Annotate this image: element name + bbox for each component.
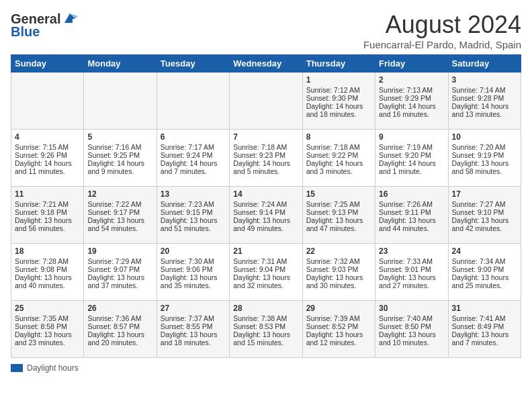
cell-text: Sunset: 9:14 PM: [233, 208, 298, 216]
cell-text: Sunrise: 7:12 AM: [306, 86, 371, 94]
calendar-cell: 26Sunrise: 7:36 AMSunset: 8:57 PMDayligh…: [84, 301, 157, 358]
cell-text: Sunrise: 7:32 AM: [306, 257, 371, 265]
cell-text: Daylight: 14 hours and 18 minutes.: [306, 102, 371, 118]
weekday-header-row: SundayMondayTuesdayWednesdayThursdayFrid…: [11, 55, 521, 73]
logo-blue-text: Blue: [11, 24, 40, 40]
cell-text: Sunset: 9:03 PM: [306, 265, 371, 273]
day-number: 14: [233, 189, 298, 199]
month-title: August 2024: [363, 11, 521, 39]
day-number: 31: [452, 304, 517, 313]
calendar-cell: 10Sunrise: 7:20 AMSunset: 9:19 PMDayligh…: [448, 130, 521, 187]
cell-text: Sunset: 8:52 PM: [306, 322, 371, 330]
cell-text: Sunrise: 7:35 AM: [15, 314, 80, 322]
cell-text: Daylight: 13 hours and 32 minutes.: [233, 273, 298, 289]
location: Fuencarral-El Pardo, Madrid, Spain: [363, 39, 521, 50]
cell-text: Daylight: 14 hours and 7 minutes.: [161, 159, 226, 175]
cell-text: Sunrise: 7:16 AM: [87, 143, 152, 151]
calendar-cell: 1Sunrise: 7:12 AMSunset: 9:30 PMDaylight…: [302, 73, 375, 130]
weekday-header-monday: Monday: [84, 55, 157, 73]
day-number: 7: [233, 132, 298, 142]
day-number: 5: [87, 132, 152, 142]
title-area: August 2024 Fuencarral-El Pardo, Madrid,…: [363, 11, 521, 50]
day-number: 19: [87, 246, 152, 256]
cell-text: Sunset: 9:30 PM: [306, 94, 371, 102]
day-number: 21: [233, 246, 298, 256]
cell-text: Sunset: 9:23 PM: [233, 151, 298, 159]
calendar-week-row: 11Sunrise: 7:21 AMSunset: 9:18 PMDayligh…: [11, 187, 521, 244]
cell-text: Sunrise: 7:37 AM: [161, 314, 226, 322]
cell-text: Daylight: 14 hours and 11 minutes.: [15, 159, 80, 175]
cell-text: Sunset: 8:50 PM: [379, 322, 444, 330]
cell-text: Sunset: 9:08 PM: [15, 265, 80, 273]
cell-text: Sunrise: 7:36 AM: [87, 314, 152, 322]
cell-text: Sunrise: 7:19 AM: [379, 143, 444, 151]
day-number: 6: [161, 132, 226, 142]
calendar-cell: 12Sunrise: 7:22 AMSunset: 9:17 PMDayligh…: [84, 187, 157, 244]
calendar-cell: 27Sunrise: 7:37 AMSunset: 8:55 PMDayligh…: [157, 301, 229, 358]
cell-text: Daylight: 13 hours and 15 minutes.: [233, 330, 298, 347]
day-number: 3: [452, 75, 517, 85]
calendar-cell: 23Sunrise: 7:33 AMSunset: 9:01 PMDayligh…: [375, 244, 448, 301]
cell-text: Daylight: 13 hours and 23 minutes.: [15, 330, 80, 347]
calendar-cell: 22Sunrise: 7:32 AMSunset: 9:03 PMDayligh…: [302, 244, 375, 301]
cell-text: Daylight: 13 hours and 37 minutes.: [87, 273, 152, 289]
cell-text: Daylight: 13 hours and 58 minutes.: [452, 159, 517, 175]
cell-text: Daylight: 13 hours and 7 minutes.: [452, 330, 517, 347]
calendar-week-row: 25Sunrise: 7:35 AMSunset: 8:58 PMDayligh…: [11, 301, 521, 358]
calendar-cell: 4Sunrise: 7:15 AMSunset: 9:26 PMDaylight…: [11, 130, 84, 187]
cell-text: Sunset: 9:10 PM: [452, 208, 517, 216]
day-number: 9: [379, 132, 444, 142]
cell-text: Daylight: 13 hours and 30 minutes.: [306, 273, 371, 289]
cell-text: Sunrise: 7:13 AM: [379, 86, 444, 94]
cell-text: Daylight: 13 hours and 10 minutes.: [379, 330, 444, 347]
page: General Blue August 2024 Fuencarral-El P…: [0, 0, 532, 379]
cell-text: Sunrise: 7:41 AM: [452, 314, 517, 322]
calendar-cell: 13Sunrise: 7:23 AMSunset: 9:15 PMDayligh…: [157, 187, 229, 244]
calendar-cell: 20Sunrise: 7:30 AMSunset: 9:06 PMDayligh…: [157, 244, 229, 301]
weekday-header-sunday: Sunday: [11, 55, 84, 73]
cell-text: Sunset: 8:53 PM: [233, 322, 298, 330]
cell-text: Daylight: 13 hours and 51 minutes.: [161, 216, 226, 232]
cell-text: Sunrise: 7:18 AM: [306, 143, 371, 151]
cell-text: Sunset: 9:06 PM: [161, 265, 226, 273]
cell-text: Daylight: 13 hours and 20 minutes.: [87, 330, 152, 347]
calendar-cell: 3Sunrise: 7:14 AMSunset: 9:28 PMDaylight…: [448, 73, 521, 130]
day-number: 24: [452, 246, 517, 256]
cell-text: Sunrise: 7:17 AM: [161, 143, 226, 151]
day-number: 1: [306, 75, 371, 85]
calendar-week-row: 18Sunrise: 7:28 AMSunset: 9:08 PMDayligh…: [11, 244, 521, 301]
calendar-cell: [11, 73, 84, 130]
day-number: 11: [15, 189, 80, 199]
calendar-cell: 9Sunrise: 7:19 AMSunset: 9:20 PMDaylight…: [375, 130, 448, 187]
cell-text: Sunrise: 7:21 AM: [15, 200, 80, 208]
day-number: 15: [306, 189, 371, 199]
cell-text: Sunset: 8:57 PM: [87, 322, 152, 330]
calendar-cell: 5Sunrise: 7:16 AMSunset: 9:25 PMDaylight…: [84, 130, 157, 187]
calendar-cell: 16Sunrise: 7:26 AMSunset: 9:11 PMDayligh…: [375, 187, 448, 244]
cell-text: Sunrise: 7:20 AM: [452, 143, 517, 151]
cell-text: Sunset: 9:01 PM: [379, 265, 444, 273]
day-number: 26: [87, 304, 152, 313]
calendar-cell: 14Sunrise: 7:24 AMSunset: 9:14 PMDayligh…: [230, 187, 302, 244]
cell-text: Daylight: 13 hours and 25 minutes.: [452, 273, 517, 289]
calendar-week-row: 4Sunrise: 7:15 AMSunset: 9:26 PMDaylight…: [11, 130, 521, 187]
cell-text: Sunrise: 7:30 AM: [161, 257, 226, 265]
cell-text: Sunset: 9:20 PM: [379, 151, 444, 159]
cell-text: Sunset: 9:04 PM: [233, 265, 298, 273]
cell-text: Sunrise: 7:15 AM: [15, 143, 80, 151]
calendar-cell: 29Sunrise: 7:39 AMSunset: 8:52 PMDayligh…: [302, 301, 375, 358]
legend-label: Daylight hours: [27, 363, 79, 373]
cell-text: Sunset: 9:29 PM: [379, 94, 444, 102]
cell-text: Sunset: 9:28 PM: [452, 94, 517, 102]
cell-text: Sunset: 9:25 PM: [87, 151, 152, 159]
cell-text: Daylight: 13 hours and 42 minutes.: [452, 216, 517, 232]
cell-text: Sunset: 9:24 PM: [161, 151, 226, 159]
cell-text: Daylight: 14 hours and 13 minutes.: [452, 102, 517, 118]
cell-text: Daylight: 13 hours and 12 minutes.: [306, 330, 371, 347]
calendar-cell: 25Sunrise: 7:35 AMSunset: 8:58 PMDayligh…: [11, 301, 84, 358]
calendar-cell: [157, 73, 229, 130]
cell-text: Sunset: 9:07 PM: [87, 265, 152, 273]
cell-text: Daylight: 13 hours and 35 minutes.: [161, 273, 226, 289]
calendar-cell: 6Sunrise: 7:17 AMSunset: 9:24 PMDaylight…: [157, 130, 229, 187]
calendar-cell: 8Sunrise: 7:18 AMSunset: 9:22 PMDaylight…: [302, 130, 375, 187]
